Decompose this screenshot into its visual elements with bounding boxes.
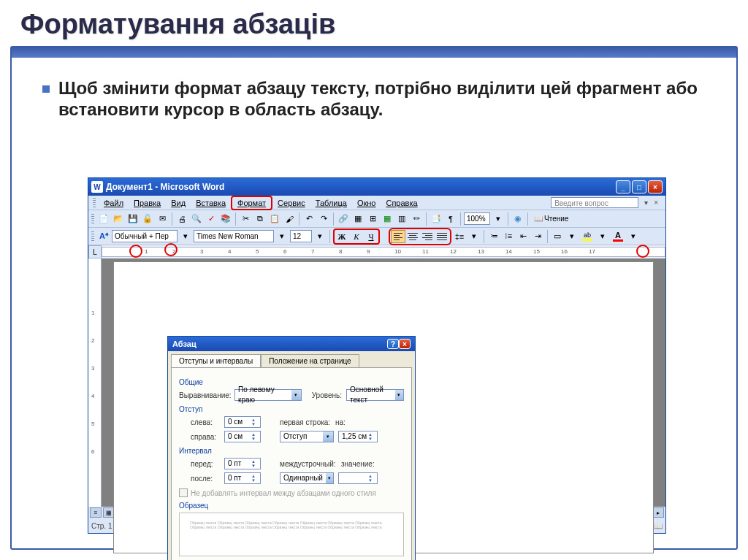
close-button[interactable]: × bbox=[648, 180, 663, 193]
insert-table-icon[interactable]: ⊞ bbox=[366, 212, 379, 226]
close-menubar-icon[interactable]: × bbox=[651, 199, 661, 207]
after-label: после: bbox=[191, 475, 220, 483]
paragraph-dialog: Абзац ? × Отступы и интервалы Положение … bbox=[167, 336, 416, 560]
columns-icon[interactable]: ▥ bbox=[395, 212, 408, 226]
excel-icon[interactable]: ▦ bbox=[381, 212, 394, 226]
line-spacing-dropdown-icon[interactable]: ▾ bbox=[468, 230, 481, 243]
line-spacing-icon[interactable]: ‡≡ bbox=[453, 230, 466, 243]
firstline-label: первая строка: bbox=[280, 418, 331, 426]
menu-tools[interactable]: Сервис bbox=[272, 197, 310, 209]
maximize-button[interactable]: □ bbox=[632, 180, 646, 193]
before-input[interactable]: 0 пт▲▼ bbox=[224, 458, 261, 469]
tab-position[interactable]: Положение на странице bbox=[261, 354, 359, 367]
research-icon[interactable]: 📚 bbox=[219, 212, 232, 226]
cut-icon[interactable]: ✂ bbox=[239, 212, 252, 226]
dialog-help-button[interactable]: ? bbox=[387, 339, 399, 349]
menu-file[interactable]: Файл bbox=[99, 197, 129, 209]
align-center-button[interactable] bbox=[405, 230, 420, 243]
style-select[interactable]: Обычный + Пер bbox=[112, 230, 178, 242]
window-title: Документ1 - Microsoft Word bbox=[106, 182, 616, 192]
align-left-button[interactable] bbox=[391, 230, 405, 243]
help-dropdown-icon[interactable]: ▾ bbox=[641, 199, 651, 207]
font-color-dropdown-icon[interactable]: ▾ bbox=[627, 230, 640, 243]
read-button[interactable]: 📖 Чтение bbox=[531, 214, 571, 223]
redo-icon[interactable]: ↷ bbox=[317, 212, 330, 226]
menu-format[interactable]: Формат bbox=[231, 196, 272, 210]
scroll-right-icon[interactable]: ▸ bbox=[652, 507, 664, 518]
bold-button[interactable]: Ж bbox=[335, 230, 349, 243]
after-input[interactable]: 0 пт▲▼ bbox=[224, 472, 261, 484]
menu-view[interactable]: Вид bbox=[166, 197, 191, 209]
open-icon[interactable]: 📂 bbox=[112, 212, 125, 226]
spellcheck-icon[interactable]: 📖 bbox=[654, 522, 663, 530]
right-indent-label: справа: bbox=[191, 433, 220, 441]
tab-selector[interactable]: L bbox=[88, 245, 102, 258]
borders-dropdown-icon[interactable]: ▾ bbox=[565, 230, 579, 243]
level-select[interactable]: Основной текст▾ bbox=[346, 389, 404, 401]
borders-icon[interactable]: ▭ bbox=[551, 230, 564, 243]
font-select[interactable]: Times New Roman bbox=[194, 230, 274, 242]
highlight-dropdown-icon[interactable]: ▾ bbox=[596, 230, 609, 243]
menu-table[interactable]: Таблица bbox=[310, 197, 352, 209]
format-painter-icon[interactable]: 🖌 bbox=[283, 212, 296, 226]
linespacing-select[interactable]: Одинарный▾ bbox=[280, 472, 334, 484]
vertical-ruler[interactable]: 1 2 3 4 5 6 bbox=[88, 258, 102, 507]
highlight-icon[interactable]: ab bbox=[580, 230, 595, 243]
new-doc-icon[interactable]: 📄 bbox=[97, 212, 110, 226]
align-right-button[interactable] bbox=[420, 230, 435, 243]
font-dropdown-icon[interactable]: ▾ bbox=[275, 230, 289, 243]
by-input[interactable]: 1,25 см▲▼ bbox=[338, 431, 378, 442]
drawing-icon[interactable]: ✏ bbox=[410, 212, 423, 226]
alignment-select[interactable]: По левому краю▾ bbox=[234, 389, 302, 401]
underline-button[interactable]: Ч bbox=[364, 230, 378, 243]
show-hide-icon[interactable]: ¶ bbox=[444, 212, 457, 226]
undo-icon[interactable]: ↶ bbox=[302, 212, 316, 226]
menu-help[interactable]: Справка bbox=[381, 197, 422, 209]
menu-edit[interactable]: Правка bbox=[129, 197, 166, 209]
save-icon[interactable]: 💾 bbox=[126, 212, 140, 226]
formatting-toolbar: A⁴ Обычный + Пер ▾ Times New Roman ▾ 12 … bbox=[88, 228, 665, 245]
menu-insert[interactable]: Вставка bbox=[191, 197, 231, 209]
value-input[interactable]: ▲▼ bbox=[338, 472, 378, 484]
preview-box: Образец текста Образец текста Образец те… bbox=[179, 513, 404, 556]
print-icon[interactable]: 🖨 bbox=[175, 212, 188, 226]
copy-icon[interactable]: ⧉ bbox=[253, 212, 267, 226]
firstline-select[interactable]: Отступ▾ bbox=[280, 431, 334, 442]
help-input[interactable]: Введите вопрос bbox=[551, 197, 638, 208]
increase-indent-icon[interactable]: ⇥ bbox=[531, 230, 544, 243]
same-style-checkbox[interactable] bbox=[179, 488, 188, 497]
grip-icon bbox=[93, 198, 96, 208]
mail-icon[interactable]: ✉ bbox=[156, 212, 169, 226]
normal-view-icon[interactable]: ≡ bbox=[90, 507, 102, 518]
spelling-icon[interactable]: ✓ bbox=[205, 212, 218, 226]
zoom-input[interactable]: 100% bbox=[464, 212, 490, 225]
align-justify-button[interactable] bbox=[435, 230, 449, 243]
tab-indents[interactable]: Отступы и интервалы bbox=[171, 354, 261, 367]
styles-pane-icon[interactable]: A⁴ bbox=[97, 230, 110, 243]
style-dropdown-icon[interactable]: ▾ bbox=[179, 230, 192, 243]
horizontal-ruler[interactable]: 1 2 3 4 5 6 7 8 9 10 11 12 13 14 15 16 1… bbox=[102, 247, 665, 257]
left-indent-input[interactable]: 0 см▲▼ bbox=[224, 416, 261, 428]
preview-icon[interactable]: 🔍 bbox=[190, 212, 203, 226]
hyperlink-icon[interactable]: 🔗 bbox=[337, 212, 350, 226]
paste-icon[interactable]: 📋 bbox=[268, 212, 281, 226]
grip-icon bbox=[91, 231, 94, 242]
dialog-close-button[interactable]: × bbox=[399, 339, 411, 349]
fontsize-select[interactable]: 12 bbox=[290, 230, 312, 242]
decrease-indent-icon[interactable]: ⇤ bbox=[516, 230, 530, 243]
help-icon[interactable]: ◉ bbox=[511, 212, 524, 226]
zoom-dropdown-icon[interactable]: ▾ bbox=[492, 212, 505, 226]
tables-borders-icon[interactable]: ▦ bbox=[351, 212, 365, 226]
right-indent-input[interactable]: 0 см▲▼ bbox=[224, 431, 261, 442]
fontsize-dropdown-icon[interactable]: ▾ bbox=[313, 230, 327, 243]
doc-map-icon[interactable]: 📑 bbox=[430, 212, 443, 226]
word-icon: W bbox=[91, 181, 103, 193]
numbering-icon[interactable]: ≔ bbox=[487, 230, 500, 243]
menu-window[interactable]: Окно bbox=[352, 197, 381, 209]
minimize-button[interactable]: _ bbox=[616, 180, 630, 193]
font-color-icon[interactable]: A bbox=[611, 230, 625, 243]
bullets-icon[interactable]: ⁝≡ bbox=[502, 230, 515, 243]
italic-button[interactable]: К bbox=[349, 230, 364, 243]
dialog-body: Общие Выравнивание: По левому краю▾ Уров… bbox=[171, 367, 412, 560]
permission-icon[interactable]: 🔓 bbox=[141, 212, 154, 226]
